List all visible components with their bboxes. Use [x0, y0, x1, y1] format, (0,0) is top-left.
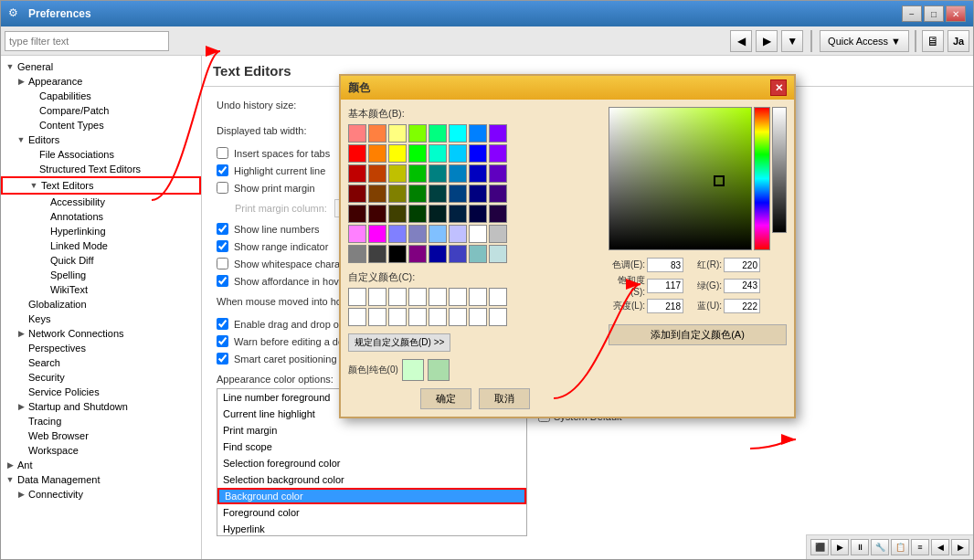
cancel-button[interactable]: 取消 [479, 388, 530, 409]
basic-color-cell[interactable] [368, 164, 386, 183]
ok-button[interactable]: 确定 [420, 388, 471, 409]
custom-color-cell[interactable] [348, 308, 366, 326]
basic-color-cell[interactable] [388, 164, 407, 183]
basic-color-cell[interactable] [449, 185, 467, 203]
custom-color-cell[interactable] [449, 288, 467, 306]
custom-color-cell[interactable] [348, 288, 366, 306]
basic-color-cell[interactable] [368, 185, 386, 203]
basic-color-cell[interactable] [489, 245, 507, 263]
green-input[interactable] [724, 279, 760, 293]
spectrum-canvas[interactable] [609, 107, 752, 250]
basic-color-cell[interactable] [408, 144, 427, 163]
custom-color-cell[interactable] [368, 308, 386, 326]
icon1-button[interactable]: 🖥 [922, 30, 944, 52]
basic-color-cell[interactable] [388, 124, 407, 143]
basic-color-cell[interactable] [348, 185, 366, 203]
sidebar-item-quick-diff[interactable]: Quick Diff [1, 253, 201, 268]
basic-color-cell[interactable] [368, 245, 386, 263]
basic-color-cell[interactable] [408, 164, 427, 183]
sidebar-item-hyperlinking[interactable]: Hyperlinking [1, 224, 201, 238]
sidebar-item-annotations[interactable]: Annotations [1, 209, 201, 224]
whitespace-checkbox[interactable] [217, 258, 228, 269]
btoolbar-btn-8[interactable]: ▶ [951, 539, 969, 555]
basic-color-cell[interactable] [469, 245, 487, 263]
sidebar-item-data-management[interactable]: ▼ Data Management [1, 472, 201, 487]
sidebar-item-linked-mode[interactable]: Linked Mode [1, 238, 201, 253]
sidebar-item-appearance[interactable]: ▶ Appearance [1, 74, 201, 89]
sidebar-item-wikitext[interactable]: WikiText [1, 282, 201, 297]
sidebar-item-startup-shutdown[interactable]: ▶ Startup and Shutdown [1, 399, 201, 414]
btoolbar-btn-5[interactable]: 📋 [891, 539, 909, 555]
basic-color-cell[interactable] [489, 164, 507, 183]
forward-button[interactable]: ▶ [756, 30, 778, 52]
custom-color-cell[interactable] [469, 308, 487, 326]
sidebar-item-globalization[interactable]: Globalization [1, 297, 201, 312]
basic-color-cell[interactable] [408, 124, 427, 143]
color-item-find-scope[interactable]: Find scope [217, 438, 526, 455]
custom-color-cell[interactable] [388, 288, 407, 306]
sidebar-item-general[interactable]: ▼ General [1, 59, 201, 74]
close-button[interactable]: ✕ [946, 5, 966, 22]
btoolbar-btn-7[interactable]: ◀ [931, 539, 949, 555]
red-input[interactable] [724, 258, 760, 272]
brightness-canvas[interactable] [772, 107, 787, 233]
basic-color-cell[interactable] [429, 164, 447, 183]
custom-color-cell[interactable] [368, 288, 386, 306]
basic-color-cell[interactable] [469, 124, 487, 143]
color-item-selection-fg[interactable]: Selection foreground color [217, 455, 526, 471]
sidebar-item-connectivity[interactable]: ▶ Connectivity [1, 487, 201, 502]
basic-color-cell[interactable] [408, 185, 427, 203]
color-item-hyperlink[interactable]: Hyperlink [217, 521, 526, 535]
add-to-custom-btn[interactable]: 添加到自定义颜色(A) [609, 324, 787, 345]
sidebar-item-perspectives[interactable]: Perspectives [1, 341, 201, 355]
line-numbers-checkbox[interactable] [217, 223, 228, 235]
sidebar-item-keys[interactable]: Keys [1, 312, 201, 326]
basic-color-cell[interactable] [348, 124, 366, 143]
define-custom-btn[interactable]: 规定自定义颜色(D) >> [348, 333, 450, 352]
basic-color-cell[interactable] [368, 124, 386, 143]
basic-color-cell[interactable] [449, 245, 467, 263]
basic-color-cell[interactable] [449, 225, 467, 243]
btoolbar-btn-1[interactable]: ⬛ [810, 539, 829, 555]
color-item-print-margin[interactable]: Print margin [217, 422, 526, 438]
basic-color-cell[interactable] [449, 205, 467, 223]
btoolbar-btn-3[interactable]: ⏸ [851, 539, 869, 555]
sidebar-item-workspace[interactable]: Workspace [1, 443, 201, 458]
sidebar-item-tracing[interactable]: Tracing [1, 414, 201, 428]
basic-color-cell[interactable] [348, 164, 366, 183]
btoolbar-btn-4[interactable]: 🔧 [871, 539, 889, 555]
hue-canvas[interactable] [754, 107, 770, 250]
basic-color-cell[interactable] [348, 205, 366, 223]
sidebar-item-ant[interactable]: ▶ Ant [1, 458, 201, 472]
basic-color-cell[interactable] [449, 144, 467, 163]
basic-color-cell[interactable] [469, 205, 487, 223]
color-item-foreground[interactable]: Foreground color [217, 504, 526, 521]
highlight-line-checkbox[interactable] [217, 164, 228, 176]
basic-color-cell[interactable] [408, 205, 427, 223]
basic-color-cell[interactable] [388, 185, 407, 203]
basic-color-cell[interactable] [429, 144, 447, 163]
sidebar-item-capabilities[interactable]: Capabilities [1, 89, 201, 103]
custom-color-cell[interactable] [449, 308, 467, 326]
basic-color-cell[interactable] [408, 225, 427, 243]
custom-color-cell[interactable] [388, 308, 407, 326]
btoolbar-btn-2[interactable]: ▶ [831, 539, 849, 555]
basic-color-cell[interactable] [368, 144, 386, 163]
range-indicator-checkbox[interactable] [217, 240, 228, 252]
sidebar-item-service-policies[interactable]: Service Policies [1, 385, 201, 399]
basic-color-cell[interactable] [368, 225, 386, 243]
custom-color-cell[interactable] [489, 288, 507, 306]
sidebar-item-network-connections[interactable]: ▶ Network Connections [1, 326, 201, 341]
sidebar-item-content-types[interactable]: Content Types [1, 118, 201, 132]
custom-color-cell[interactable] [408, 308, 427, 326]
insert-spaces-checkbox[interactable] [217, 147, 228, 159]
quick-access-button[interactable]: Quick Access ▼ [820, 30, 909, 52]
basic-color-cell[interactable] [348, 245, 366, 263]
brightness-input[interactable] [647, 299, 683, 313]
custom-color-cell[interactable] [429, 308, 447, 326]
basic-color-cell[interactable] [429, 245, 447, 263]
basic-color-cell[interactable] [388, 225, 407, 243]
sidebar-item-compare-patch[interactable]: Compare/Patch [1, 103, 201, 118]
sidebar-item-editors[interactable]: ▼ Editors [1, 132, 201, 147]
basic-color-cell[interactable] [489, 124, 507, 143]
